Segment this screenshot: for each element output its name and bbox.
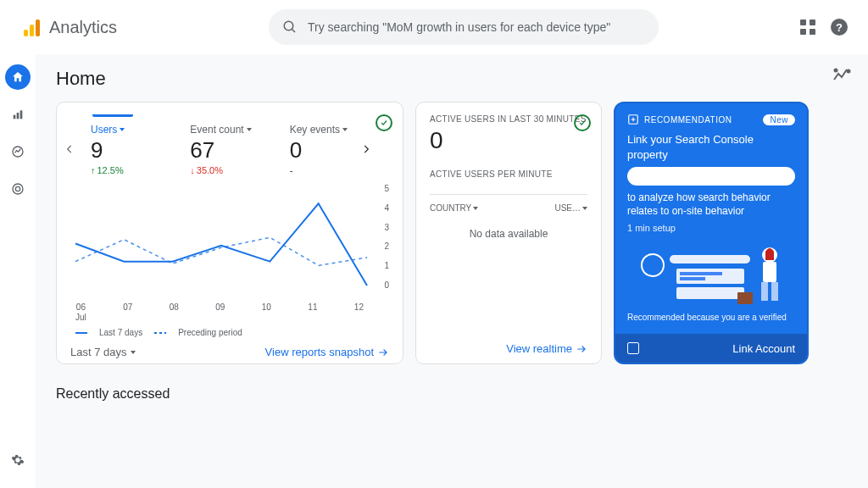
recommendation-subtitle: to analyze how search behavior relates t… (627, 191, 795, 218)
svg-rect-12 (670, 255, 750, 263)
svg-point-6 (13, 184, 23, 194)
nav-reports[interactable] (5, 102, 31, 127)
brand-name: Analytics (49, 18, 117, 37)
arrow-up-icon: ↑ (91, 165, 96, 175)
brand-logo[interactable]: Analytics (14, 14, 127, 41)
svg-rect-13 (676, 269, 744, 284)
date-range-selector[interactable]: Last 7 days (70, 346, 136, 358)
arrow-right-icon (377, 347, 389, 358)
users-column[interactable]: USE… (554, 203, 587, 213)
overview-card: Users 9 ↑12.5% Event count 67 ↓35.0% Key… (56, 102, 403, 364)
metrics-next[interactable] (359, 141, 374, 157)
home-icon (11, 70, 25, 84)
svg-rect-19 (761, 282, 768, 301)
property-input[interactable] (627, 167, 795, 186)
insights-icon (832, 68, 851, 83)
per-minute-heading: ACTIVE USERS PER MINUTE (430, 169, 587, 179)
svg-point-8 (848, 70, 850, 73)
svg-point-7 (15, 186, 19, 191)
view-realtime-link[interactable]: View realtime (506, 342, 587, 355)
svg-rect-16 (676, 287, 744, 299)
chart-legend: Last 7 days Preceding period (75, 328, 389, 337)
svg-rect-3 (16, 113, 19, 119)
reports-icon (11, 108, 25, 121)
metrics-prev[interactable] (62, 141, 77, 157)
nav-admin[interactable] (5, 447, 31, 473)
svg-rect-21 (737, 292, 753, 304)
recommendation-reason: Recommended because you are a verified (627, 313, 795, 322)
recently-accessed-heading: Recently accessed (56, 386, 848, 402)
arrow-down-icon: ↓ (190, 165, 195, 175)
svg-point-0 (284, 21, 293, 30)
nav-explore[interactable] (5, 139, 31, 164)
search-input[interactable]: Try searching "MoM growth in users for e… (269, 9, 659, 45)
nav-advertising[interactable] (5, 176, 31, 202)
search-placeholder: Try searching "MoM growth in users for e… (308, 20, 610, 34)
help-icon[interactable]: ? (831, 19, 848, 36)
expand-icon[interactable] (627, 342, 639, 354)
metric-key-events[interactable]: Key events 0 - (290, 124, 389, 175)
svg-line-1 (292, 29, 295, 32)
country-column[interactable]: COUNTRY (430, 203, 478, 213)
svg-rect-4 (19, 110, 22, 119)
insights-button[interactable] (832, 68, 851, 86)
active-metric-indicator (92, 114, 133, 117)
page-title: Home (56, 68, 848, 90)
metric-event-count[interactable]: Event count 67 ↓35.0% (190, 124, 289, 175)
analytics-logo-icon (24, 18, 42, 36)
setup-time: 1 min setup (627, 223, 795, 233)
realtime-card: ACTIVE USERS IN LAST 30 MINUTES 0 ACTIVE… (415, 102, 602, 364)
svg-rect-14 (680, 272, 722, 275)
nav-home[interactable] (5, 64, 31, 90)
svg-point-11 (642, 254, 664, 276)
recommendation-illustration (627, 240, 795, 308)
arrow-right-icon (576, 343, 587, 355)
verified-badge (376, 114, 392, 131)
link-account-button[interactable]: Link Account (732, 342, 795, 355)
svg-rect-18 (763, 262, 776, 282)
users-line-chart: 543210 (70, 184, 389, 302)
view-reports-snapshot-link[interactable]: View reports snapshot (265, 346, 389, 358)
target-icon (11, 182, 25, 196)
check-icon (578, 119, 587, 127)
new-badge: New (763, 114, 795, 125)
check-icon (380, 119, 388, 127)
svg-rect-20 (771, 282, 778, 301)
divider (430, 194, 587, 195)
svg-point-9 (835, 69, 837, 72)
metric-users[interactable]: Users 9 ↑12.5% (91, 124, 190, 175)
explore-icon (11, 145, 25, 158)
recommendation-title: Link your Search Console property (627, 132, 795, 162)
no-data-message: No data available (430, 228, 587, 240)
gear-icon (11, 453, 25, 467)
apps-icon[interactable] (800, 19, 815, 35)
recommendation-icon (627, 114, 639, 125)
realtime-value: 0 (430, 127, 587, 154)
search-icon (282, 19, 298, 35)
verified-badge (574, 114, 591, 131)
svg-rect-2 (13, 115, 15, 119)
svg-rect-15 (680, 277, 705, 280)
recommendation-card: RECOMMENDATION New Link your Search Cons… (614, 102, 809, 364)
realtime-heading: ACTIVE USERS IN LAST 30 MINUTES (430, 114, 587, 124)
